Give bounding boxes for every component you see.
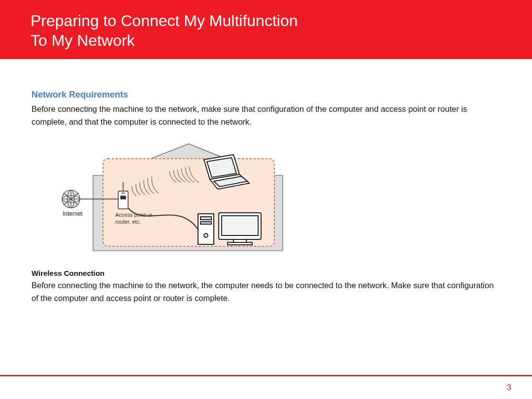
page-number: 3 bbox=[507, 383, 511, 392]
internet-label: Internet bbox=[63, 210, 83, 217]
page-title-line1: Preparing to Connect My Multifunction bbox=[31, 12, 298, 30]
svg-rect-12 bbox=[121, 196, 126, 199]
ap-label-line2: router, etc. bbox=[115, 219, 141, 225]
wireless-paragraph: Before connecting the machine to the net… bbox=[32, 279, 500, 304]
svg-rect-18 bbox=[222, 216, 258, 235]
intro-paragraph: Before connecting the machine to the net… bbox=[32, 103, 500, 128]
page-title-line2: To My Network bbox=[31, 32, 135, 49]
page-header: Preparing to Connect My Multifunction To… bbox=[0, 0, 532, 59]
footer-rule bbox=[0, 375, 532, 376]
page-title: Preparing to Connect My Multifunction To… bbox=[31, 11, 512, 50]
svg-rect-9 bbox=[118, 191, 128, 209]
svg-rect-20 bbox=[228, 242, 252, 245]
svg-rect-15 bbox=[200, 222, 211, 224]
subheading-wireless-connection: Wireless Connection bbox=[32, 269, 500, 277]
svg-rect-14 bbox=[200, 217, 211, 220]
content-area: Network Requirements Before connecting t… bbox=[0, 59, 532, 304]
svg-point-16 bbox=[204, 233, 208, 237]
section-heading-network-requirements: Network Requirements bbox=[32, 90, 500, 100]
network-diagram: Internet Access point or router, etc. bbox=[56, 135, 500, 260]
